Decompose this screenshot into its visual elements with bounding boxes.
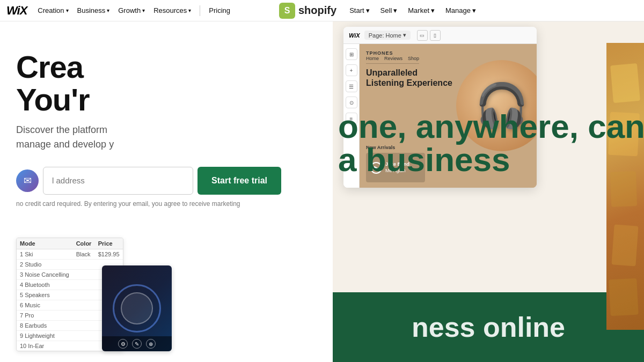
shopify-navbar: S shopify Start ▾ Sell ▾ Market ▾ Manage…	[268, 0, 644, 21]
shopify-hero-text: one, anywhere, can a business	[338, 110, 644, 176]
sidebar-layers-icon[interactable]: ☰	[346, 80, 357, 92]
table-row: 1 SkiBlack$129.95	[17, 249, 123, 260]
hero-title-line2: You'r	[16, 84, 327, 116]
main-content: Crea You'r Discover the platform manage …	[0, 21, 644, 362]
email-icon: ✉	[16, 169, 39, 192]
table-header-price: Price	[95, 238, 123, 249]
brand-label: TPHONES	[366, 50, 393, 56]
sidebar-location-icon[interactable]: ⊙	[346, 97, 357, 108]
table-header-mode: Mode	[17, 238, 73, 249]
chevron-down-icon: ▾	[107, 8, 109, 13]
nav-item-resources[interactable]: Resources ▾	[153, 6, 191, 14]
mockup-topbar: WiX Page: Home ▾ ▭ ▯	[343, 27, 537, 44]
sidebar-plus-icon[interactable]: +	[346, 64, 357, 76]
headphone-circle	[113, 284, 161, 333]
disclaimer-text: no credit card required. By entering you…	[16, 200, 284, 208]
wix-hero-section: Crea You'r Discover the platform manage …	[0, 21, 354, 362]
chevron-down-icon: ▾	[66, 8, 69, 13]
headphone-product-mockup: ⚙ ✎ ⊕	[102, 265, 172, 351]
shopify-nav-sell[interactable]: Sell ▾	[380, 6, 398, 14]
wix-logo[interactable]: WiX	[6, 4, 27, 18]
pencil-icon[interactable]: ✎	[132, 339, 142, 349]
canvas-nav-reviews[interactable]: Reviews	[384, 56, 402, 61]
canvas-nav: Home Reviews Shop	[366, 56, 419, 64]
shopify-hero-section: one, anywhere, can a business WiX Page: …	[333, 21, 644, 362]
bottom-mockups: Mode Color Price 1 SkiBlack$129.95 2 Stu…	[0, 233, 354, 362]
nav-item-pricing[interactable]: Pricing	[209, 6, 230, 14]
shopify-hero-line1: one, anywhere, can	[338, 110, 644, 143]
hero-area: Crea You'r Discover the platform manage …	[16, 51, 327, 208]
headphone-inner	[121, 292, 153, 324]
chevron-down-icon: ▾	[366, 6, 370, 14]
hero-title-line1: Crea	[16, 51, 327, 84]
chevron-down-icon: ▾	[472, 6, 476, 14]
shopify-nav-manage[interactable]: Manage ▾	[445, 6, 476, 14]
mockup-wix-logo: WiX	[349, 32, 360, 39]
shopify-bag-icon: S	[279, 3, 295, 19]
chevron-down-icon: ▾	[188, 8, 191, 13]
nav-item-growth[interactable]: Growth ▾	[118, 6, 145, 14]
canvas-headline: Unparalleled Listening Experience	[366, 68, 452, 88]
start-free-trial-button[interactable]: Start free trial	[197, 167, 281, 195]
nav-item-business[interactable]: Business ▾	[77, 6, 110, 14]
wix-navbar: WiX Creation ▾ Business ▾ Growth ▾ Resou…	[0, 0, 268, 21]
shopify-logo[interactable]: S shopify	[279, 3, 336, 19]
shopify-hero-line2: a business	[338, 143, 644, 176]
canvas-nav-home[interactable]: Home	[366, 56, 379, 61]
topbar-icons: ▭ ▯	[417, 30, 441, 41]
chevron-down-icon: ▾	[403, 32, 406, 39]
nav-item-creation[interactable]: Creation ▾	[38, 6, 68, 14]
mobile-view-icon[interactable]: ▯	[430, 30, 441, 41]
right-image-strip	[606, 43, 644, 330]
chevron-down-icon: ▾	[431, 6, 435, 14]
chevron-down-icon: ▾	[142, 8, 145, 13]
sidebar-grid-icon[interactable]: ⊞	[346, 48, 357, 60]
shopify-brand-name: shopify	[298, 4, 336, 17]
desktop-view-icon[interactable]: ▭	[417, 30, 428, 41]
hero-title: Crea You'r	[16, 51, 327, 116]
mockup-toolbar: ⚙ ✎ ⊕	[102, 336, 172, 351]
shopify-nav-market[interactable]: Market ▾	[408, 6, 435, 14]
adjust-icon[interactable]: ⊕	[146, 339, 156, 349]
chevron-down-icon: ▾	[393, 6, 397, 14]
shopify-bottom-section: ness online	[333, 292, 644, 362]
cta-row: ✉ Start free trial	[16, 167, 327, 195]
table-header-color: Color	[73, 238, 95, 249]
gear-icon[interactable]: ⚙	[118, 339, 128, 349]
shopify-nav-start[interactable]: Start ▾	[349, 6, 369, 14]
nav-divider	[200, 5, 200, 16]
hero-subtitle: Discover the platform manage and develop…	[16, 123, 327, 152]
jar-background	[606, 43, 644, 330]
shopify-bottom-text: ness online	[412, 311, 565, 343]
canvas-nav-shop[interactable]: Shop	[408, 56, 419, 61]
email-input[interactable]	[43, 167, 193, 195]
page-selector[interactable]: Page: Home ▾	[364, 31, 411, 40]
